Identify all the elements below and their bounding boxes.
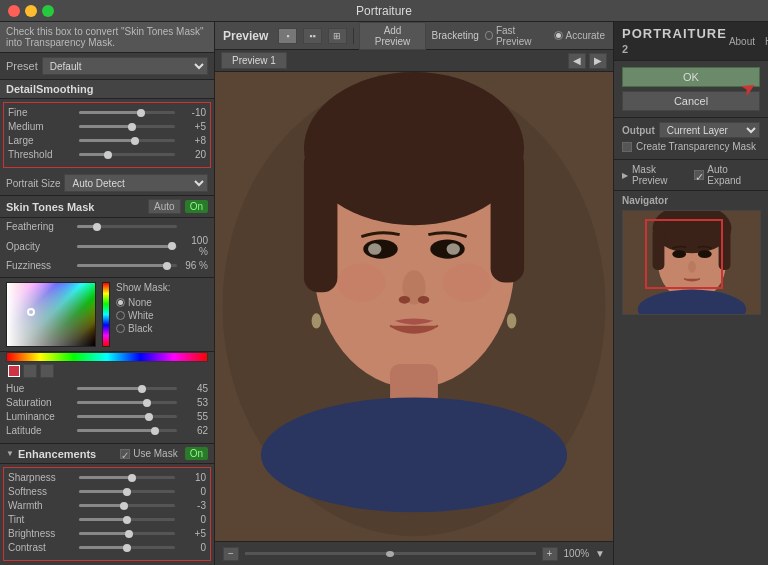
slider-track[interactable]	[79, 490, 175, 493]
prev-btn[interactable]: ◀	[568, 53, 586, 69]
enhancements-triangle: ▼	[6, 449, 14, 458]
slider-thumb[interactable]	[123, 516, 131, 524]
top-note: Check this box to convert "Skin Tones Ma…	[0, 22, 214, 53]
slider-label: Feathering	[6, 221, 74, 232]
zoom-value: 100%	[564, 548, 590, 559]
add-preview-button[interactable]: Add Preview	[359, 22, 425, 50]
auto-badge[interactable]: Auto	[148, 199, 181, 214]
slider-thumb[interactable]	[138, 385, 146, 393]
slider-track[interactable]	[77, 387, 177, 390]
color-picker[interactable]	[6, 282, 96, 347]
split-view-btn[interactable]: ▪▪	[303, 28, 322, 44]
output-label: Output	[622, 125, 655, 136]
slider-thumb[interactable]	[125, 530, 133, 538]
use-mask-checkbox-row[interactable]: ✓ Use Mask	[120, 448, 177, 459]
next-btn[interactable]: ▶	[589, 53, 607, 69]
color-indicator[interactable]	[8, 365, 20, 377]
slider-track[interactable]	[77, 401, 177, 404]
zoom-slider[interactable]	[245, 552, 536, 555]
accurate-radio[interactable]	[554, 31, 563, 40]
single-view-btn[interactable]: ▪	[278, 28, 297, 44]
svg-point-13	[399, 296, 410, 304]
radio-none-dot[interactable]	[116, 298, 125, 307]
radio-none[interactable]: None	[116, 297, 170, 308]
slider-thumb[interactable]	[163, 262, 171, 270]
slider-row-warmth: Warmth-3	[8, 500, 206, 511]
fast-preview-option[interactable]: Fast Preview	[485, 25, 546, 47]
zoom-out-btn[interactable]: −	[223, 547, 239, 561]
minimize-button[interactable]	[25, 5, 37, 17]
slider-track[interactable]	[77, 245, 177, 248]
slider-track[interactable]	[77, 429, 177, 432]
eyedropper-icon[interactable]	[23, 364, 37, 378]
navigator-thumbnail[interactable]	[622, 210, 761, 315]
auto-expand-row[interactable]: ✓ Auto Expand	[694, 164, 760, 186]
preview-image	[215, 72, 613, 541]
preview-tab-1[interactable]: Preview 1	[221, 52, 287, 69]
portrait-size-select[interactable]: Auto Detect	[64, 174, 208, 192]
slider-value: 0	[178, 486, 206, 497]
transparency-checkbox[interactable]	[622, 142, 632, 152]
maximize-button[interactable]	[42, 5, 54, 17]
slider-value: 62	[180, 425, 208, 436]
slider-thumb[interactable]	[104, 151, 112, 159]
zoom-in-btn[interactable]: +	[542, 547, 558, 561]
slider-track[interactable]	[79, 476, 175, 479]
hue-strip[interactable]	[102, 282, 110, 347]
color-gradient	[7, 283, 95, 346]
show-mask-column: Show Mask: None White Black	[116, 282, 170, 347]
slider-thumb[interactable]	[128, 123, 136, 131]
fast-preview-radio[interactable]	[485, 31, 493, 40]
auto-expand-checkbox[interactable]: ✓	[694, 170, 704, 180]
output-select[interactable]: Current Layer	[659, 122, 760, 138]
slider-thumb[interactable]	[168, 242, 176, 250]
slider-track[interactable]	[77, 225, 177, 228]
slider-thumb[interactable]	[151, 427, 159, 435]
slider-track[interactable]	[79, 139, 175, 142]
help-button[interactable]: Help	[763, 35, 768, 48]
slider-thumb[interactable]	[93, 223, 101, 231]
slider-track[interactable]	[79, 518, 175, 521]
detail-smoothing-box: Fine-10Medium+5Large+8Threshold20	[3, 102, 211, 168]
cancel-button[interactable]: Cancel	[622, 91, 760, 111]
bracketing-button[interactable]: Bracketing	[432, 30, 479, 41]
slider-track[interactable]	[79, 546, 175, 549]
slider-thumb[interactable]	[143, 399, 151, 407]
use-mask-checkbox[interactable]: ✓	[120, 449, 130, 459]
slider-track[interactable]	[79, 532, 175, 535]
slider-thumb[interactable]	[123, 488, 131, 496]
slider-track[interactable]	[79, 125, 175, 128]
paint-icon[interactable]	[40, 364, 54, 378]
slider-thumb[interactable]	[120, 502, 128, 510]
enhancements-on-badge[interactable]: On	[185, 447, 208, 460]
preset-select[interactable]: Default	[42, 57, 208, 75]
close-button[interactable]	[8, 5, 20, 17]
svg-point-17	[312, 313, 322, 328]
slider-track[interactable]	[79, 504, 175, 507]
radio-white[interactable]: White	[116, 310, 170, 321]
about-button[interactable]: About	[727, 35, 757, 48]
slider-thumb[interactable]	[131, 137, 139, 145]
slider-label: Hue	[6, 383, 74, 394]
slider-track[interactable]	[79, 153, 175, 156]
ok-button[interactable]: OK	[622, 67, 760, 87]
quad-view-btn[interactable]: ⊞	[328, 28, 347, 44]
slider-fill	[79, 111, 141, 114]
svg-point-16	[443, 263, 491, 301]
slider-thumb[interactable]	[128, 474, 136, 482]
slider-label: Large	[8, 135, 76, 146]
radio-white-dot[interactable]	[116, 311, 125, 320]
zoom-arrow[interactable]: ▼	[595, 548, 605, 559]
slider-thumb[interactable]	[123, 544, 131, 552]
window-controls[interactable]	[8, 5, 54, 17]
radio-black[interactable]: Black	[116, 323, 170, 334]
skin-tones-on-badge[interactable]: On	[185, 200, 208, 213]
slider-thumb[interactable]	[145, 413, 153, 421]
accurate-option[interactable]: Accurate	[554, 30, 605, 41]
slider-thumb[interactable]	[137, 109, 145, 117]
slider-value: +5	[178, 121, 206, 132]
slider-track[interactable]	[77, 264, 177, 267]
radio-black-dot[interactable]	[116, 324, 125, 333]
slider-track[interactable]	[79, 111, 175, 114]
slider-track[interactable]	[77, 415, 177, 418]
